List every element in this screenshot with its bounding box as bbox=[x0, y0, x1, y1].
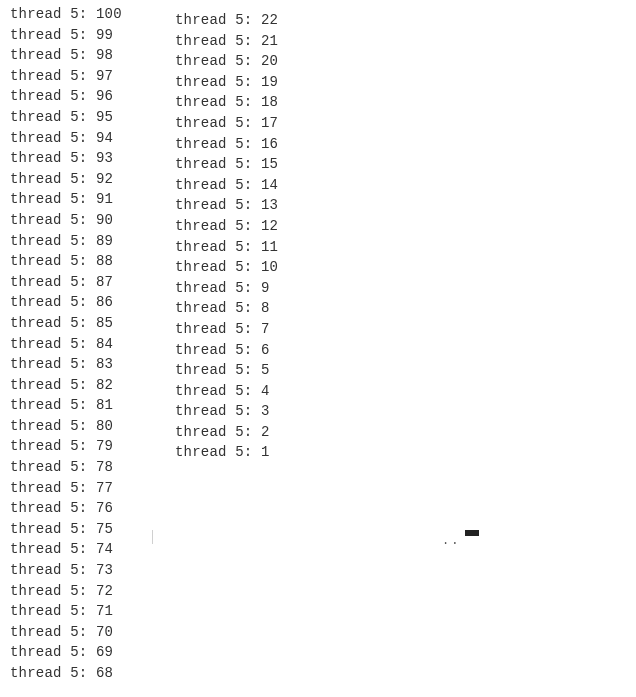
output-line: thread 5: 78 bbox=[10, 457, 165, 478]
output-line: thread 5: 15 bbox=[175, 154, 278, 175]
output-line: thread 5: 73 bbox=[10, 560, 165, 581]
output-line: thread 5: 22 bbox=[175, 10, 278, 31]
output-line: thread 5: 83 bbox=[10, 354, 165, 375]
output-line: thread 5: 80 bbox=[10, 416, 165, 437]
output-line: thread 5: 97 bbox=[10, 66, 165, 87]
output-line: thread 5: 87 bbox=[10, 272, 165, 293]
output-line: thread 5: 10 bbox=[175, 257, 278, 278]
output-line: thread 5: 5 bbox=[175, 360, 278, 381]
output-line: thread 5: 20 bbox=[175, 51, 278, 72]
output-line: thread 5: 69 bbox=[10, 642, 165, 663]
output-line: thread 5: 3 bbox=[175, 401, 278, 422]
output-line: thread 5: 91 bbox=[10, 189, 165, 210]
output-line: thread 5: 96 bbox=[10, 86, 165, 107]
output-line: thread 5: 100 bbox=[10, 4, 165, 25]
output-column-left: thread 5: 100thread 5: 99thread 5: 98thr… bbox=[10, 4, 165, 684]
output-line: thread 5: 84 bbox=[10, 334, 165, 355]
output-line: thread 5: 99 bbox=[10, 25, 165, 46]
output-line: thread 5: 71 bbox=[10, 601, 165, 622]
output-line: thread 5: 94 bbox=[10, 128, 165, 149]
output-line: thread 5: 89 bbox=[10, 231, 165, 252]
output-line: thread 5: 77 bbox=[10, 478, 165, 499]
output-line: thread 5: 14 bbox=[175, 175, 278, 196]
output-line: thread 5: 19 bbox=[175, 72, 278, 93]
output-line: thread 5: 98 bbox=[10, 45, 165, 66]
cursor-indicator bbox=[465, 530, 479, 536]
output-line: thread 5: 13 bbox=[175, 195, 278, 216]
output-line: thread 5: 82 bbox=[10, 375, 165, 396]
divider-mark bbox=[152, 530, 153, 544]
dot-mark: .. bbox=[442, 534, 460, 548]
console-output: thread 5: 100thread 5: 99thread 5: 98thr… bbox=[0, 0, 636, 684]
output-line: thread 5: 75 bbox=[10, 519, 165, 540]
output-line: thread 5: 2 bbox=[175, 422, 278, 443]
output-line: thread 5: 21 bbox=[175, 31, 278, 52]
output-line: thread 5: 11 bbox=[175, 237, 278, 258]
output-line: thread 5: 7 bbox=[175, 319, 278, 340]
output-line: thread 5: 1 bbox=[175, 442, 278, 463]
output-line: thread 5: 4 bbox=[175, 381, 278, 402]
output-line: thread 5: 86 bbox=[10, 292, 165, 313]
output-line: thread 5: 74 bbox=[10, 539, 165, 560]
output-line: thread 5: 18 bbox=[175, 92, 278, 113]
output-line: thread 5: 93 bbox=[10, 148, 165, 169]
output-line: thread 5: 70 bbox=[10, 622, 165, 643]
output-line: thread 5: 8 bbox=[175, 298, 278, 319]
output-line: thread 5: 95 bbox=[10, 107, 165, 128]
output-line: thread 5: 79 bbox=[10, 436, 165, 457]
output-column-right: thread 5: 22thread 5: 21thread 5: 20thre… bbox=[165, 4, 278, 463]
output-line: thread 5: 81 bbox=[10, 395, 165, 416]
output-line: thread 5: 12 bbox=[175, 216, 278, 237]
output-line: thread 5: 88 bbox=[10, 251, 165, 272]
output-line: thread 5: 76 bbox=[10, 498, 165, 519]
output-line: thread 5: 72 bbox=[10, 581, 165, 602]
output-line: thread 5: 85 bbox=[10, 313, 165, 334]
output-line: thread 5: 90 bbox=[10, 210, 165, 231]
output-line: thread 5: 9 bbox=[175, 278, 278, 299]
output-line: thread 5: 17 bbox=[175, 113, 278, 134]
output-line: thread 5: 16 bbox=[175, 134, 278, 155]
output-line: thread 5: 92 bbox=[10, 169, 165, 190]
output-line: thread 5: 68 bbox=[10, 663, 165, 684]
output-line: thread 5: 6 bbox=[175, 340, 278, 361]
